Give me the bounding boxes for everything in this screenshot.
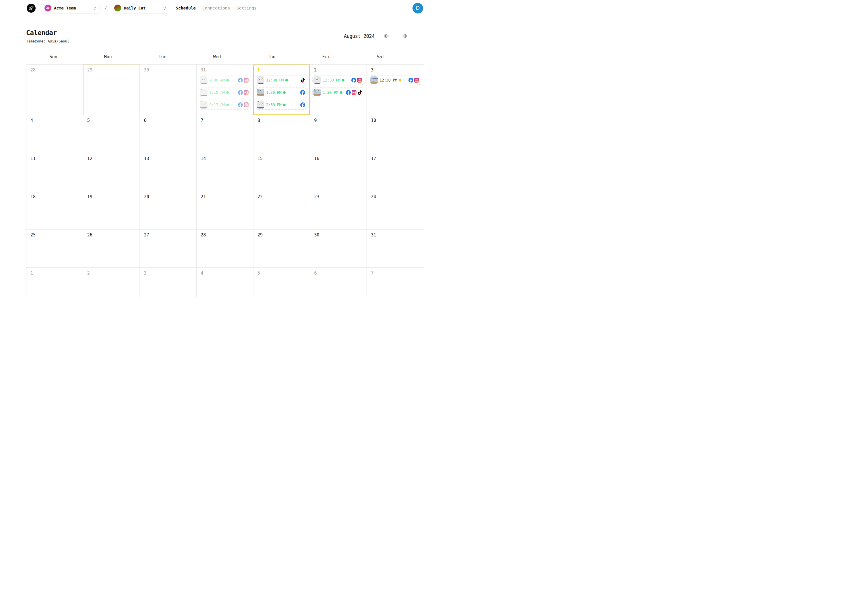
facebook-icon (351, 78, 356, 83)
calendar-day-cell[interactable]: 6 (140, 115, 197, 153)
calendar-day-cell[interactable]: 112:30 PM1:30 PM2:30 PM (253, 65, 310, 115)
calendar-day-cell[interactable]: 9 (310, 115, 367, 153)
day-number: 8 (258, 118, 310, 123)
scheduled-post-pill[interactable]: 1:30 PM (256, 87, 308, 97)
calendar-day-cell[interactable]: 1 (26, 268, 83, 297)
user-avatar[interactable]: D (413, 3, 423, 14)
calendar-day-cell[interactable]: 31 (367, 229, 424, 268)
calendar-day-cell[interactable]: 26 (83, 229, 140, 268)
scheduled-post-pill[interactable]: 7:00 AM (199, 75, 251, 85)
instagram-icon (244, 78, 248, 83)
day-number: 4 (30, 118, 83, 123)
calendar-day-cell[interactable]: 30 (310, 229, 367, 268)
calendar-day-cell[interactable]: 12 (83, 153, 140, 191)
calendar-day-cell[interactable]: 4 (26, 115, 83, 153)
day-number: 28 (30, 68, 83, 72)
post-thumbnail-river (257, 88, 264, 96)
weekday-label-sat: Sat (353, 54, 408, 59)
scheduled-post-pill[interactable]: 1:30 PM (312, 87, 364, 97)
day-number: 18 (30, 195, 83, 199)
calendar-day-cell[interactable]: 25 (26, 229, 83, 268)
instagram-icon (244, 90, 248, 95)
calendar-day-cell[interactable]: 16 (310, 153, 367, 191)
calendar-header-row: Calendar Timezone: Asia/Seoul August 202… (26, 29, 408, 43)
instagram-icon (244, 102, 248, 107)
nav-item-settings[interactable]: Settings (236, 6, 256, 10)
timezone-label: Timezone: Asia/Seoul (26, 39, 70, 43)
breadcrumb-separator: / (104, 5, 107, 11)
instagram-icon (352, 90, 357, 95)
post-thumbnail-river (370, 76, 378, 84)
scheduled-post-pill[interactable]: 9:17 AM (199, 100, 251, 110)
post-thumbnail-cat (200, 88, 208, 96)
day-number: 2 (314, 68, 366, 72)
calendar-day-cell[interactable]: 212:30 PM1:30 PM (310, 65, 367, 115)
calendar-day-cell[interactable]: 28 (26, 65, 83, 115)
calendar-day-cell[interactable]: 23 (310, 191, 367, 229)
calendar-day-cell[interactable]: 7 (367, 268, 424, 297)
status-dot-published (340, 91, 342, 94)
calendar-day-cell[interactable]: 18 (26, 191, 83, 229)
next-month-button[interactable] (401, 33, 408, 39)
calendar-day-cell[interactable]: 28 (197, 229, 253, 268)
calendar-day-cell[interactable]: 4 (197, 268, 253, 297)
day-number: 12 (87, 157, 140, 161)
day-number: 21 (200, 195, 253, 199)
facebook-icon (300, 102, 305, 107)
scheduled-post-pill[interactable]: 9:10 AM (199, 87, 251, 97)
scheduled-post-pill[interactable]: 12:30 PM (369, 75, 421, 85)
calendar-day-cell[interactable]: 6 (310, 268, 367, 297)
calendar-day-cell[interactable]: 13 (140, 153, 197, 191)
calendar-day-cell[interactable]: 5 (253, 268, 310, 297)
calendar-day-cell[interactable]: 19 (83, 191, 140, 229)
calendar-day-cell[interactable]: 21 (197, 191, 253, 229)
day-number: 5 (258, 271, 310, 276)
nav-item-schedule[interactable]: Schedule (175, 6, 196, 10)
event-list: 12:30 PM1:30 PM (310, 75, 366, 97)
calendar-day-cell[interactable]: 24 (367, 191, 424, 229)
calendar-day-cell[interactable]: 15 (253, 153, 310, 191)
facebook-icon (300, 90, 305, 95)
scheduled-post-pill[interactable]: 12:30 PM (312, 75, 364, 85)
day-number: 1 (258, 68, 310, 72)
calendar-day-cell[interactable]: 2 (83, 268, 140, 297)
calendar-day-cell[interactable]: 10 (367, 115, 424, 153)
channel-avatar (114, 5, 121, 11)
team-selector[interactable]: AC Acme Team (41, 3, 101, 14)
page-title: Calendar (26, 29, 70, 36)
facebook-icon (238, 78, 243, 83)
calendar-day-cell[interactable]: 27 (140, 229, 197, 268)
calendar-day-cell[interactable]: 3 (140, 268, 197, 297)
calendar-day-cell[interactable]: 8 (253, 115, 310, 153)
calendar-day-cell[interactable]: 14 (197, 153, 253, 191)
day-number: 2 (87, 271, 140, 276)
day-number: 5 (87, 118, 140, 123)
calendar-day-cell[interactable]: 312:30 PM (367, 65, 424, 115)
arrow-left-icon (383, 33, 390, 39)
nav-item-connections[interactable]: Connections (202, 6, 230, 10)
calendar-day-cell[interactable]: 29 (83, 65, 140, 115)
day-number: 26 (87, 233, 140, 237)
platform-icons (408, 78, 419, 83)
day-number: 23 (314, 195, 367, 199)
scheduled-post-pill[interactable]: 2:30 PM (256, 100, 308, 110)
weekday-label-thu: Thu (244, 54, 299, 59)
calendar-day-cell[interactable]: 22 (253, 191, 310, 229)
post-thumbnail-cat (200, 101, 208, 109)
calendar-day-cell[interactable]: 5 (83, 115, 140, 153)
calendar-day-cell[interactable]: 29 (253, 229, 310, 268)
calendar-day-cell[interactable]: 317:00 AM9:10 AM9:17 AM (197, 65, 253, 115)
app-logo[interactable] (27, 4, 36, 12)
platform-icons (346, 90, 362, 95)
calendar-week-row: 18192021222324 (26, 191, 424, 229)
day-number: 17 (371, 157, 424, 161)
calendar-day-cell[interactable]: 11 (26, 153, 83, 191)
calendar-day-cell[interactable]: 20 (140, 191, 197, 229)
channel-selector[interactable]: Daily Cat (111, 3, 170, 14)
previous-month-button[interactable] (383, 33, 390, 39)
calendar-day-cell[interactable]: 30 (140, 65, 197, 115)
calendar-day-cell[interactable]: 7 (197, 115, 253, 153)
calendar-day-cell[interactable]: 17 (367, 153, 424, 191)
event-list: 12:30 PM1:30 PM2:30 PM (253, 75, 310, 110)
scheduled-post-pill[interactable]: 12:30 PM (256, 75, 308, 85)
